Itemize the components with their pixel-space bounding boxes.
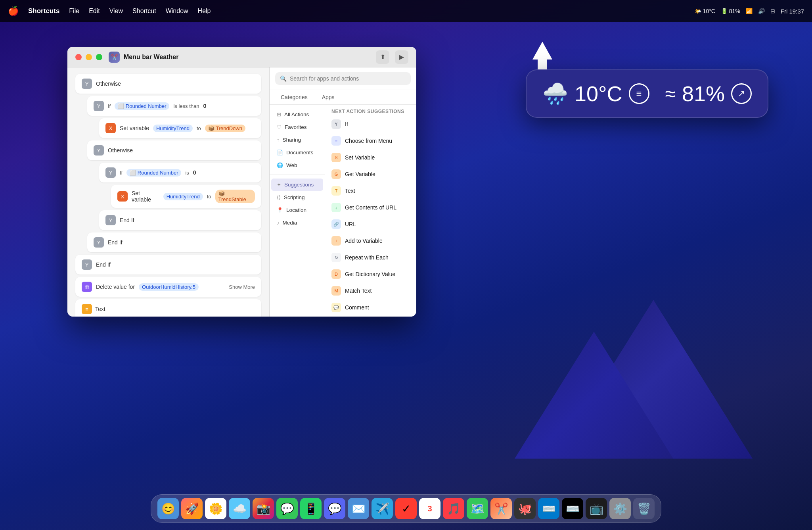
share-button[interactable]: ⬆ (376, 50, 389, 64)
play-button[interactable]: ▶ (395, 50, 408, 64)
if-keyword-1: If (108, 103, 111, 109)
dock-trash[interactable]: 🗑️ (633, 498, 655, 519)
menubar-clock[interactable]: ⊟ (770, 8, 775, 14)
dock-appletv[interactable]: 📺 (586, 498, 607, 519)
cat-sharing[interactable]: ↑ Sharing (271, 134, 323, 146)
dock-github[interactable]: 🐙 (514, 498, 536, 519)
dock-maps[interactable]: 🗺️ (467, 498, 488, 519)
setvar-label-2: Set variable (132, 190, 159, 203)
search-input-wrap[interactable]: 🔍 (275, 72, 411, 85)
maximize-button[interactable] (96, 54, 102, 60)
workflow-otherwise-1: Y Otherwise (75, 74, 261, 94)
action-if[interactable]: Y If (325, 116, 416, 132)
menubar-shortcut[interactable]: Shortcut (132, 8, 156, 15)
actions-list[interactable]: Next Action Suggestions Y If ≡ Choose fr… (325, 105, 416, 317)
dock-discord[interactable]: 💬 (324, 498, 345, 519)
cat-web[interactable]: 🌐 Web (271, 159, 323, 171)
dock-calendar[interactable]: 3 (419, 498, 440, 519)
action-get-item-list[interactable]: L Get Item from List (325, 316, 416, 317)
dock-icloud[interactable]: ☁️ (229, 498, 250, 519)
workflow-if-1: Y If ⬜ Rounded Number is less than 0 (87, 96, 261, 116)
actions-search-area: 🔍 (270, 67, 416, 90)
rounded-number-token-2: ⬜ Rounded Number (126, 169, 181, 177)
dock-shortcuts[interactable]: ✂️ (490, 498, 512, 519)
cat-favorites[interactable]: ♡ Favorites (271, 121, 323, 133)
cat-suggestions[interactable]: ✦ Suggestions (271, 179, 323, 191)
humidity-arrow-icon: ↗ (731, 83, 752, 104)
action-choose-menu[interactable]: ≡ Choose from Menu (325, 132, 416, 149)
workflow-panel[interactable]: Y Otherwise Y If ⬜ Rounded Number is les… (67, 67, 270, 317)
cat-all-actions[interactable]: ⊞ All Actions (271, 108, 323, 121)
cat-all-label: All Actions (284, 111, 309, 117)
if-icon-2: Y (105, 167, 116, 178)
cat-scripting[interactable]: ⟨⟩ Scripting (271, 191, 323, 204)
action-set-var-label: Set Variable (345, 154, 375, 161)
dock-reminders[interactable]: ✓ (395, 498, 417, 519)
dict-icon-label: D (335, 272, 338, 277)
dock-settings[interactable]: ⚙️ (609, 498, 631, 519)
dock-photos[interactable]: 🌼 (205, 498, 226, 519)
minimize-button[interactable] (86, 54, 92, 60)
apple-menu[interactable]: 🍎 (8, 6, 19, 16)
show-more-btn[interactable]: Show More (229, 284, 255, 290)
cat-media[interactable]: ♪ Media (271, 217, 323, 229)
dock-launchpad[interactable]: 🚀 (181, 498, 203, 519)
action-match-text[interactable]: M Match Text (325, 282, 416, 299)
menubar-sound: 🔊 (758, 8, 765, 14)
get-url-icon-label: ↓ (335, 205, 337, 210)
tab-categories[interactable]: Categories (274, 90, 315, 104)
humidity-trend-token-1: HumidityTrend (153, 125, 193, 132)
cat-location[interactable]: 📍 Location (271, 204, 323, 216)
menubar-view[interactable]: View (109, 8, 123, 15)
suggestions-icon: ✦ (277, 182, 281, 188)
value-0-1: 0 (203, 103, 207, 109)
dock-mail[interactable]: ✉️ (348, 498, 369, 519)
dock-terminal[interactable]: ⌨️ (562, 498, 583, 519)
svg-marker-0 (532, 42, 552, 69)
dock-finder[interactable]: 😊 (157, 498, 179, 519)
documents-icon: 📄 (277, 150, 283, 156)
cat-documents[interactable]: 📄 Documents (271, 146, 323, 159)
menubar-app-name[interactable]: Shortcuts (28, 7, 59, 15)
window-titlebar: ✂️ Menu bar Weather ⬆ ▶ (67, 47, 416, 67)
dock-instagram[interactable]: 📸 (253, 498, 274, 519)
menubar-edit[interactable]: Edit (89, 8, 100, 15)
endif-icon-2: Y (94, 237, 104, 248)
menubar-help[interactable]: Help (198, 8, 211, 15)
equals-icon: ≡ (636, 88, 642, 99)
endif-icon-1: Y (105, 215, 116, 225)
action-repeat-icon: ↻ (331, 253, 341, 262)
action-repeat-with-each[interactable]: ↻ Repeat with Each (325, 249, 416, 266)
dock-telegram[interactable]: ✈️ (372, 498, 393, 519)
menubar-window[interactable]: Window (166, 8, 188, 15)
endif-label-3: End If (96, 261, 111, 268)
play-icon: ▶ (399, 53, 404, 61)
action-get-contents-url[interactable]: ↓ Get Contents of URL (325, 199, 416, 216)
search-input[interactable] (290, 75, 406, 82)
action-dict-label: Get Dictionary Value (345, 271, 395, 277)
tab-apps[interactable]: Apps (315, 90, 342, 104)
close-button[interactable] (75, 54, 82, 60)
action-url[interactable]: 🔗 URL (325, 216, 416, 232)
action-get-variable[interactable]: G Get Variable (325, 166, 416, 182)
action-text[interactable]: T Text (325, 182, 416, 199)
dock-music[interactable]: 🎵 (443, 498, 464, 519)
dock-messages[interactable]: 💬 (276, 498, 298, 519)
action-add-to-variable[interactable]: + Add to Variable (325, 232, 416, 249)
action-set-variable[interactable]: S Set Variable (325, 149, 416, 166)
workflow-endif-3: Y End If (75, 255, 261, 275)
menubar-left: 🍎 Shortcuts File Edit View Shortcut Wind… (8, 6, 211, 16)
action-get-dict-value[interactable]: D Get Dictionary Value (325, 266, 416, 282)
action-if-icon: Y (331, 119, 341, 129)
workflow-endif-1: Y End If (99, 210, 261, 230)
get-var-icon-label: G (335, 172, 338, 177)
action-comment[interactable]: 💬 Comment (325, 299, 416, 316)
shortcuts-window: ✂️ Menu bar Weather ⬆ ▶ Y Otherwise Y If… (67, 47, 416, 317)
sharing-icon: ↑ (277, 137, 280, 143)
window-content: Y Otherwise Y If ⬜ Rounded Number is les… (67, 67, 416, 317)
dock-whatsapp[interactable]: 📱 (300, 498, 322, 519)
if-icon-label: Y (335, 122, 337, 127)
weather-temperature: 10°C (575, 81, 622, 106)
dock-vscode[interactable]: ⌨️ (538, 498, 559, 519)
menubar-file[interactable]: File (69, 8, 79, 15)
